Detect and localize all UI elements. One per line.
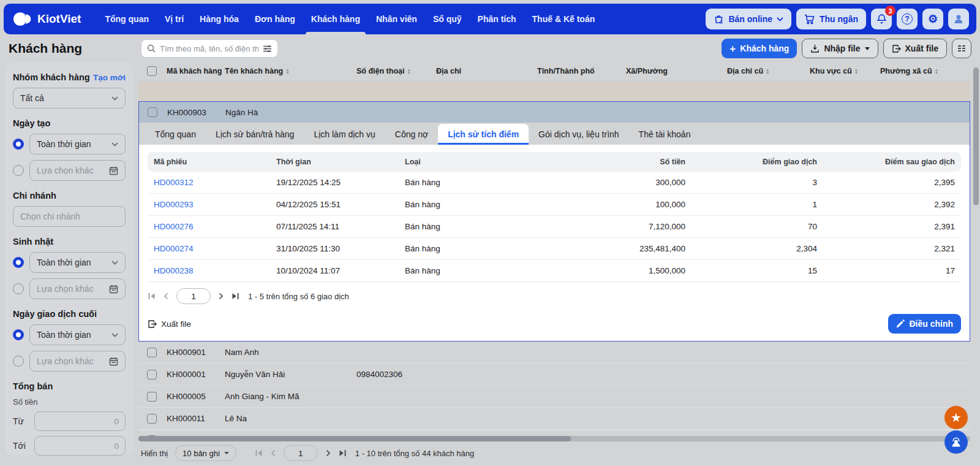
nav-don-hang[interactable]: Đơn hàng (247, 5, 303, 33)
created-custom-date-input[interactable]: Lựa chọn khác (29, 160, 126, 181)
table-row[interactable]: KH000001 Nguyễn Văn Hải 0984002306 (138, 364, 970, 386)
tab-lich-su-tich-diem[interactable]: Lịch sử tích điểm (438, 124, 529, 145)
notifications-button[interactable]: 3 (871, 9, 892, 29)
invoice-link[interactable]: HD000276 (148, 222, 270, 231)
first-page-icon[interactable] (255, 449, 263, 457)
cashier-button[interactable]: Thu ngân (796, 9, 866, 29)
row-checkbox[interactable] (147, 414, 157, 424)
row-checkbox[interactable] (148, 107, 157, 117)
column-settings-button[interactable] (952, 39, 971, 58)
nav-phan-tich[interactable]: Phân tích (470, 5, 524, 33)
table-row-selected[interactable]: KH000903 Ngân Hà (139, 102, 970, 123)
col-ma-khach-hang[interactable]: Mã khách hàng▲▼ (167, 67, 225, 75)
col-ten-khach-hang[interactable]: Tên khách hàng▲▼ (225, 67, 356, 75)
tab-cong-no[interactable]: Công nợ (385, 124, 438, 145)
prev-page-icon[interactable] (270, 449, 276, 457)
invoice-link[interactable]: HD000238 (148, 266, 270, 275)
horizontal-scrollbar-thumb[interactable] (138, 436, 571, 441)
nav-so-quy[interactable]: Sổ quỹ (425, 5, 470, 33)
row-checkbox[interactable] (147, 392, 157, 402)
branch-title: Chi nhánh (13, 191, 126, 201)
import-file-button[interactable]: Nhập file (802, 39, 878, 58)
search-input[interactable] (160, 44, 258, 53)
created-custom-radio[interactable] (13, 165, 24, 176)
sort-icon[interactable]: ▲▼ (407, 68, 410, 75)
tab-tong-quan[interactable]: Tổng quan (145, 124, 206, 145)
table-row[interactable]: KH000011 Lê Na (138, 408, 970, 430)
col-xa-phuong: Xã/Phường (626, 67, 727, 75)
sort-icon[interactable]: ▲▼ (766, 68, 769, 75)
tab-goi-dich-vu-lieu-trinh[interactable]: Gói dịch vụ, liệu trình (529, 124, 629, 145)
export-file-button[interactable]: Xuất file (883, 39, 947, 58)
last-page-icon[interactable] (339, 449, 347, 457)
support-fab-button[interactable] (944, 430, 968, 454)
created-all-time-select[interactable]: Toàn thời gian (29, 134, 126, 155)
branch-input[interactable]: Chọn chi nhánh (13, 206, 126, 227)
filter-tune-icon[interactable] (263, 45, 272, 53)
rewards-fab-button[interactable]: ★ (944, 406, 968, 429)
birthday-custom-date-input[interactable]: Lựa chọn khác (29, 278, 126, 299)
amount-from-input[interactable] (34, 411, 126, 431)
group-select[interactable]: Tất cả (13, 88, 126, 109)
sort-icon[interactable]: ▲▼ (854, 68, 858, 75)
invoice-link[interactable]: HD000274 (148, 244, 270, 253)
created-date-title: Ngày tạo (13, 118, 126, 128)
sort-icon[interactable]: ▲▼ (285, 68, 289, 75)
created-all-time-radio[interactable] (13, 139, 24, 150)
first-page-icon[interactable] (148, 292, 156, 300)
adjust-points-button[interactable]: Điều chỉnh (888, 314, 961, 334)
nav-khach-hang[interactable]: Khách hàng (303, 5, 368, 33)
prev-page-icon[interactable] (163, 292, 169, 300)
invoice-link[interactable]: HD000293 (148, 200, 270, 209)
table-row[interactable]: KH000005 Anh Giang - Kim Mã (138, 386, 970, 408)
nav-thue-ke-toan[interactable]: Thuế & Kế toán (524, 5, 603, 33)
select-all-checkbox[interactable] (147, 66, 157, 76)
table-row[interactable]: KH000901 Nam Anh (138, 342, 970, 364)
pagination-summary: 1 - 10 trên tổng số 44 khách hàng (355, 449, 474, 458)
nav-vi-tri[interactable]: Vị trí (157, 5, 192, 33)
last-txn-custom-date-input[interactable]: Lựa chọn khác (29, 351, 126, 372)
nav-hang-hoa[interactable]: Hàng hóa (192, 5, 247, 33)
page-input[interactable] (284, 445, 318, 461)
customer-search[interactable] (141, 39, 278, 58)
birthday-custom-radio[interactable] (13, 283, 24, 294)
tab-lich-su-ban-tra-hang[interactable]: Lịch sử bán/trả hàng (206, 124, 304, 145)
col-so-dien-thoai[interactable]: Số điện thoại▲▼ (356, 67, 436, 75)
add-customer-button[interactable]: + Khách hàng (722, 39, 797, 58)
invoice-link[interactable]: HD000312 (148, 178, 270, 187)
row-checkbox[interactable] (147, 348, 157, 357)
col-phuong-xa-cu[interactable]: Phường xã cũ▲▼ (880, 67, 970, 75)
birthday-all-time-select[interactable]: Toàn thời gian (29, 252, 126, 273)
tab-the-tai-khoan[interactable]: Thẻ tài khoản (629, 124, 701, 145)
chevron-down-icon (111, 142, 118, 147)
row-checkbox[interactable] (147, 370, 157, 380)
sell-online-button[interactable]: Bán online (706, 9, 791, 29)
account-button[interactable] (948, 9, 969, 29)
nav-nhan-vien[interactable]: Nhân viên (368, 5, 425, 33)
kiotviet-logo[interactable]: KiotViet (13, 11, 81, 27)
last-txn-custom-radio[interactable] (13, 356, 24, 367)
tab-lich-lam-dich-vu[interactable]: Lịch làm dịch vụ (304, 124, 385, 145)
horizontal-scrollbar[interactable] (138, 436, 970, 441)
detail-page-input[interactable] (176, 288, 211, 304)
next-page-icon[interactable] (218, 292, 224, 300)
nav-tong-quan[interactable]: Tổng quan (97, 5, 157, 33)
birthday-all-time-radio[interactable] (13, 257, 24, 268)
page-size-select[interactable]: 10 bản ghi (175, 445, 236, 461)
help-button[interactable]: ? (897, 9, 918, 29)
settings-button[interactable]: ⚙ (922, 9, 943, 29)
create-group-link[interactable]: Tạo mới (93, 73, 126, 82)
last-page-icon[interactable] (232, 292, 239, 300)
amount-to-input[interactable] (34, 436, 126, 456)
gear-icon: ⚙ (928, 13, 938, 25)
last-txn-all-time-radio[interactable] (13, 329, 24, 340)
sort-icon[interactable]: ▲▼ (935, 68, 938, 75)
detail-export-button[interactable]: Xuất file (148, 319, 191, 329)
table-row-empty[interactable] (138, 81, 970, 101)
chevron-down-icon (777, 17, 783, 21)
vertical-scrollbar-thumb[interactable] (973, 67, 979, 205)
last-txn-all-time-select[interactable]: Toàn thời gian (29, 324, 126, 345)
col-khu-vuc-cu[interactable]: Khu vực cũ▲▼ (810, 67, 880, 75)
next-page-icon[interactable] (325, 449, 331, 457)
col-dia-chi-cu[interactable]: Địa chỉ cũ▲▼ (727, 67, 810, 75)
